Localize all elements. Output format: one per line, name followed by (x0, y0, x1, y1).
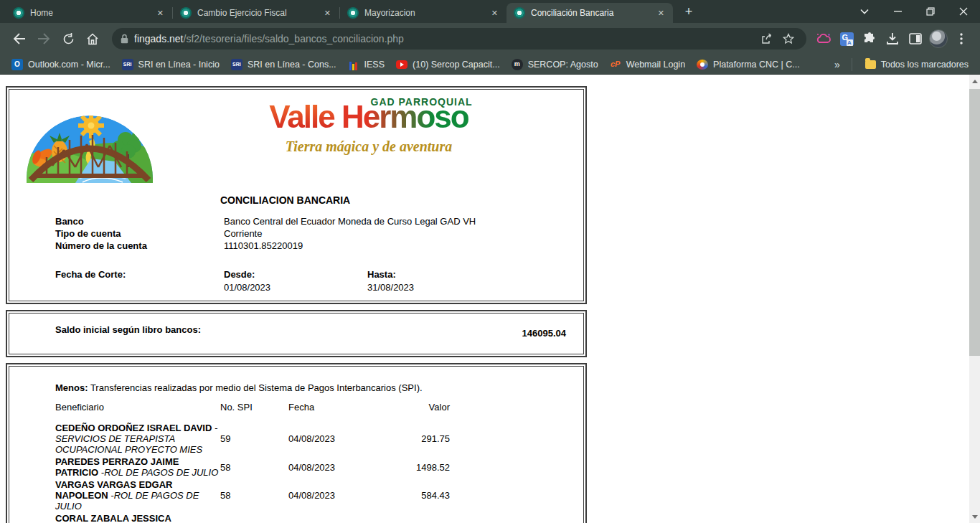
page-scrollbar[interactable] (969, 75, 980, 523)
banco-value: Banco Central del Ecuador Moneda de Curs… (224, 216, 476, 227)
bookmark-outlook-com-micr[interactable]: OOutlook.com - Micr... (6, 57, 116, 72)
col-fecha: Fecha (288, 402, 402, 413)
url-text: fingads.net/sf2/tesoreria/files/saldo_ba… (134, 33, 756, 44)
reload-button[interactable] (56, 27, 80, 51)
bookmark-label: SRI en Línea - Inicio (138, 60, 220, 70)
url-domain: fingads.net (134, 33, 184, 44)
col-valor: Valor (402, 402, 450, 413)
all-bookmarks-button[interactable]: Todos los marcadores (859, 57, 974, 72)
menos-line: Menos: Transferencias realizadas por med… (55, 382, 423, 393)
url-path: /sf2/tesoreria/files/saldo_bancos_concil… (184, 33, 404, 44)
new-tab-button[interactable]: + (679, 1, 699, 22)
report-header-box: Valle Hermoso GAD PARROQUIAL Tierra mági… (6, 86, 587, 304)
bookmark-label: (10) Sercop Capacit... (413, 60, 500, 70)
tipo-cuenta-value: Corriente (224, 228, 262, 239)
bookmark-sri-en-li-nea-inicio[interactable]: SRISRI en Línea - Inicio (116, 57, 225, 72)
tab-home[interactable]: Home✕ (6, 3, 172, 23)
restore-button[interactable] (914, 0, 947, 23)
logo-wordmark: Valle Hermoso GAD PARROQUIAL Tierra mági… (229, 101, 509, 155)
spi-valor (402, 512, 450, 523)
forward-button[interactable] (32, 27, 56, 51)
bookmark-sri-en-li-nea-cons[interactable]: SRISRI en Línea - Cons... (225, 57, 342, 72)
tipo-cuenta-label: Tipo de cuenta (55, 228, 121, 239)
col-beneficiario: Beneficiario (55, 402, 220, 413)
fecha-corte-label: Fecha de Corte: (55, 269, 126, 280)
spi-fecha: 04/08/2023 (288, 423, 402, 455)
beneficiario-nombre: CORAL ZABALA JESSICA KATHERINE (55, 513, 171, 523)
bookmark-iess[interactable]: IESS (342, 57, 391, 72)
spi-table-header: Beneficiario No. SPI Fecha Valor (55, 402, 450, 413)
tab-conciliacio-n-bancaria[interactable]: Conciliación Bancaria✕ (507, 3, 673, 23)
spi-fecha: 04/08/2023 (288, 478, 402, 512)
hasta-value: 31/08/2023 (367, 282, 414, 293)
desde-label: Desde: (224, 269, 255, 280)
beneficiario-detalle: -ROL DE PAGOS DE JULIO (101, 467, 219, 478)
extension-translate-icon[interactable]: G A (835, 27, 858, 51)
logo-text-valle: Valle (269, 99, 341, 134)
spi-valor: 1498.52 (402, 455, 450, 478)
lock-icon (121, 34, 128, 44)
bookmark-label: SRI en Línea - Cons... (248, 60, 336, 70)
bookmark-plataforma-cnc-c[interactable]: Plataforma CNC | C... (691, 57, 806, 72)
bookmark-sercop-agosto[interactable]: mSERCOP: Agosto (506, 57, 604, 72)
tab-title: Conciliación Bancaria (531, 8, 649, 18)
bookmarks-overflow-chevron[interactable]: » (830, 59, 844, 70)
tab-close-icon[interactable]: ✕ (489, 7, 501, 19)
sri-icon: SRI (122, 59, 133, 70)
spi-valor: 291.75 (402, 423, 450, 455)
tab-close-icon[interactable]: ✕ (154, 7, 166, 19)
menos-label: Menos: (55, 382, 88, 393)
tab-title: Mayorizacion (364, 8, 483, 18)
bookmark-webmail-login[interactable]: cPWebmail Login (604, 57, 691, 72)
extensions-puzzle-icon[interactable] (858, 27, 881, 51)
profile-avatar[interactable] (927, 27, 950, 51)
spi-table-row: CORAL ZABALA JESSICA KATHERINE -SERVICIO… (55, 512, 450, 523)
scrollbar-thumb[interactable] (969, 89, 980, 356)
tab-search-chevron-icon[interactable] (848, 0, 881, 23)
bookmark-label: SERCOP: Agosto (528, 60, 598, 70)
url-bar[interactable]: fingads.net/sf2/tesoreria/files/saldo_ba… (112, 28, 806, 50)
bookmark-star-icon[interactable] (778, 29, 799, 48)
saldo-inicial-label: Saldo inicial según libro bancos: (55, 324, 202, 336)
tab-strip: Home✕Cambio Ejercicio Fiscal✕Mayorizacio… (0, 0, 980, 23)
bookmark-10-sercop-capacit[interactable]: (10) Sercop Capacit... (390, 57, 506, 72)
downloads-icon[interactable] (881, 27, 904, 51)
close-window-button[interactable] (947, 0, 980, 23)
tab-close-icon[interactable]: ✕ (321, 7, 334, 19)
spi-numero: 58 (220, 455, 288, 478)
spi-numero (220, 512, 288, 523)
desde-value: 01/08/2023 (224, 282, 270, 293)
tab-title: Cambio Ejercicio Fiscal (197, 8, 316, 18)
site-favicon (514, 7, 525, 19)
site-favicon (180, 7, 192, 19)
tab-close-icon[interactable]: ✕ (655, 7, 667, 19)
spi-fecha (288, 512, 402, 523)
minimize-button[interactable] (881, 0, 914, 23)
scroll-down-icon[interactable] (969, 511, 980, 522)
hasta-label: Hasta: (367, 269, 396, 280)
logo-badge: GAD PARROQUIAL (371, 97, 473, 107)
report-title: CONCILIACION BANCARIA (220, 194, 350, 206)
page-content: Valle Hermoso GAD PARROQUIAL Tierra mági… (0, 75, 980, 523)
extension-cloud-icon[interactable] (812, 27, 835, 51)
numero-cuenta-label: Número de la cuenta (55, 240, 147, 251)
scroll-up-icon[interactable] (969, 75, 980, 87)
beneficiario-nombre: CEDEÑO ORDOÑEZ ISRAEL DAVID (55, 423, 212, 433)
bookmarks-bar: OOutlook.com - Micr...SRISRI en Línea - … (0, 55, 980, 75)
tab-mayorizacion[interactable]: Mayorizacion✕ (340, 3, 507, 23)
home-button[interactable] (80, 27, 105, 51)
share-icon[interactable] (756, 29, 778, 48)
back-button[interactable] (7, 27, 32, 51)
bookmark-label: Plataforma CNC | C... (713, 60, 800, 70)
bookmark-label: Webmail Login (626, 60, 685, 70)
browser-menu-icon[interactable] (950, 27, 973, 51)
spi-numero: 58 (220, 478, 288, 512)
tab-cambio-ejercicio-fiscal[interactable]: Cambio Ejercicio Fiscal✕ (173, 3, 339, 23)
outlook-icon: O (11, 59, 23, 70)
tab-title: Home (30, 8, 149, 18)
side-panel-icon[interactable] (904, 27, 927, 51)
browser-toolbar: fingads.net/sf2/tesoreria/files/saldo_ba… (0, 23, 980, 55)
window-controls (848, 0, 980, 23)
cnc-icon (697, 60, 708, 70)
gad-valle-hermoso-logo (25, 98, 154, 183)
